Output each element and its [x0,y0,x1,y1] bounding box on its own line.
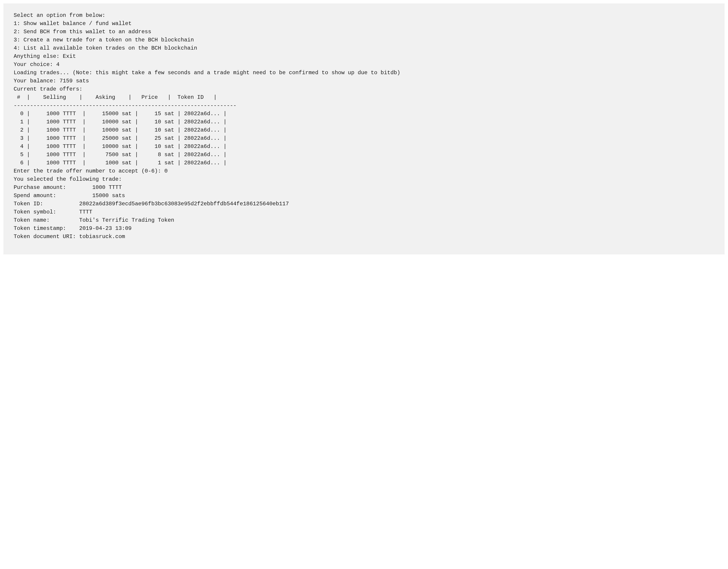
detail-value-purchase: 1000 TTTT [92,184,122,190]
detail-value-uri: tobiasruck.com [79,233,125,240]
table-row: 2 | 1000 TTTT | 10000 sat | 10 sat | 280… [14,127,227,133]
accept-prompt-value: 0 [164,168,168,174]
menu-option-3: 3: Create a new trade for a token on the… [14,37,194,43]
detail-label-timestamp: Token timestamp: [14,225,79,231]
table-row: 5 | 1000 TTTT | 7500 sat | 8 sat | 28022… [14,151,227,158]
choice-label: Your choice: [14,61,56,68]
menu-exit: Anything else: Exit [14,53,76,59]
table-row: 6 | 1000 TTTT | 1000 sat | 1 sat | 28022… [14,160,227,166]
detail-label-name: Token name: [14,217,79,223]
accept-prompt-label: Enter the trade offer number to accept (… [14,168,164,174]
detail-label-spend: Spend amount: [14,192,92,199]
table-row: 0 | 1000 TTTT | 15000 sat | 15 sat | 280… [14,111,227,117]
loading-note: Loading trades... (Note: this might take… [14,70,400,76]
choice-value: 4 [56,61,59,68]
detail-label-tokenid: Token ID: [14,201,79,207]
detail-value-spend: 15000 sats [92,192,125,199]
detail-value-symbol: TTTT [79,209,92,215]
detail-label-symbol: Token symbol: [14,209,79,215]
detail-value-timestamp: 2019-04-23 13:09 [79,225,131,231]
detail-value-name: Tobi's Terrific Trading Token [79,217,174,223]
menu-option-4: 4: List all available token trades on th… [14,45,197,51]
table-row: 1 | 1000 TTTT | 10000 sat | 10 sat | 280… [14,119,227,125]
selection-title: You selected the following trade: [14,176,122,182]
menu-option-2: 2: Send BCH from this wallet to an addre… [14,29,151,35]
detail-label-uri: Token document URI: [14,233,79,240]
offers-title: Current trade offers: [14,86,82,92]
terminal-output[interactable]: Select an option from below: 1: Show wal… [3,3,725,254]
table-header: # | Selling | Asking | Price | Token ID … [14,94,217,100]
detail-label-purchase: Purchase amount: [14,184,92,190]
menu-option-1: 1: Show wallet balance / fund wallet [14,20,131,27]
balance-label: Your balance: [14,78,60,84]
menu-prompt: Select an option from below: [14,12,105,18]
detail-value-tokenid: 28022a6d389f3ecd5ae96fb3bc63083e95d2f2eb… [79,201,289,207]
table-divider: ----------------------------------------… [14,102,236,109]
balance-value: 7159 sats [60,78,89,84]
table-row: 4 | 1000 TTTT | 10000 sat | 10 sat | 280… [14,143,227,149]
table-row: 3 | 1000 TTTT | 25000 sat | 25 sat | 280… [14,135,227,141]
